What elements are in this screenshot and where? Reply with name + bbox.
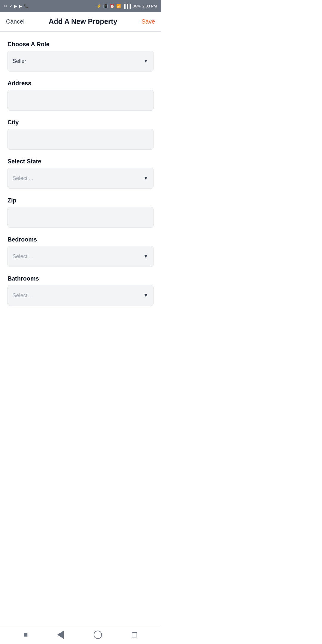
role-select[interactable]: Seller Buyer Agent: [7, 51, 154, 72]
bedrooms-group: Bedrooms Select ... 1 2 3 4 5+ ▼: [7, 236, 154, 267]
time-display: 2:33 PM: [143, 4, 157, 8]
page-title: Add A New Property: [24, 17, 141, 26]
city-label: City: [7, 119, 154, 126]
city-input[interactable]: [7, 129, 154, 150]
status-bar: ✉ ✓ ▶ ▶ 📞 ⚡ 📳 ⏰ 📶 ▐▐▐ 36% 2:33 PM: [0, 0, 161, 12]
save-button[interactable]: Save: [141, 18, 155, 25]
bathrooms-group: Bathrooms Select ... 1 1.5 2 2.5 3+ ▼: [7, 275, 154, 306]
address-input[interactable]: [7, 90, 154, 111]
phone-icon: 📞: [24, 4, 29, 8]
role-group: Choose A Role Seller Buyer Agent ▼: [7, 41, 154, 72]
zip-input[interactable]: [7, 207, 154, 228]
envelope-icon: ✉: [4, 4, 7, 8]
bluetooth-icon: ⚡: [97, 4, 101, 8]
status-icons-left: ✉ ✓ ▶ ▶ 📞: [4, 4, 29, 8]
vibrate-icon: 📳: [103, 4, 108, 8]
bedrooms-select[interactable]: Select ... 1 2 3 4 5+: [7, 246, 154, 267]
youtube-icon-2: ▶: [19, 4, 22, 8]
state-select-wrapper: Select ... Alabama Alaska Arizona Califo…: [7, 168, 154, 189]
wifi-icon: 📶: [116, 4, 121, 8]
youtube-icon-1: ▶: [14, 4, 17, 8]
state-select[interactable]: Select ... Alabama Alaska Arizona Califo…: [7, 168, 154, 189]
bathrooms-select-wrapper: Select ... 1 1.5 2 2.5 3+ ▼: [7, 285, 154, 306]
check-icon: ✓: [9, 4, 13, 8]
city-group: City: [7, 119, 154, 150]
address-group: Address: [7, 80, 154, 111]
state-label: Select State: [7, 158, 154, 165]
bathrooms-select[interactable]: Select ... 1 1.5 2 2.5 3+: [7, 285, 154, 306]
role-label: Choose A Role: [7, 41, 154, 48]
alarm-icon: ⏰: [110, 4, 114, 8]
signal-icon: ▐▐▐: [123, 4, 131, 8]
state-group: Select State Select ... Alabama Alaska A…: [7, 158, 154, 189]
form-content: Choose A Role Seller Buyer Agent ▼ Addre…: [0, 32, 161, 323]
status-icons-right: ⚡ 📳 ⏰ 📶 ▐▐▐ 36% 2:33 PM: [97, 4, 157, 8]
bedrooms-select-wrapper: Select ... 1 2 3 4 5+ ▼: [7, 246, 154, 267]
cancel-button[interactable]: Cancel: [6, 18, 24, 25]
role-select-wrapper: Seller Buyer Agent ▼: [7, 51, 154, 72]
zip-group: Zip: [7, 197, 154, 228]
page-header: Cancel Add A New Property Save: [0, 12, 161, 31]
bedrooms-label: Bedrooms: [7, 236, 154, 243]
address-label: Address: [7, 80, 154, 87]
battery-percent: 36%: [133, 4, 141, 8]
zip-label: Zip: [7, 197, 154, 204]
bathrooms-label: Bathrooms: [7, 275, 154, 282]
